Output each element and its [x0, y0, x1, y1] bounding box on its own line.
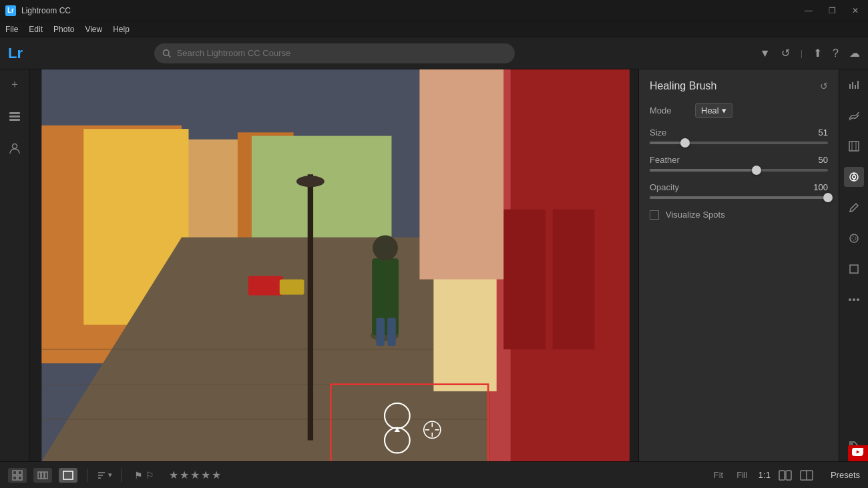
size-slider-track[interactable]: [650, 142, 828, 144]
healing-brush-panel: Healing Brush ↺ Mode Heal ▾ Size 51: [639, 69, 839, 461]
star-3[interactable]: ★: [190, 469, 200, 481]
maximize-button[interactable]: ❐: [825, 5, 840, 17]
sort-button[interactable]: ▾: [97, 471, 112, 480]
opacity-slider-thumb[interactable]: [823, 193, 833, 202]
menu-photo[interactable]: Photo: [53, 25, 74, 34]
opacity-slider-fill: [650, 196, 828, 199]
menu-view[interactable]: View: [85, 25, 102, 34]
tool-radial[interactable]: [844, 228, 864, 248]
visualize-row: Visualize Spots: [650, 210, 828, 220]
app-title: Lightroom CC: [21, 6, 71, 15]
star-4[interactable]: ★: [201, 469, 210, 481]
size-slider-row: Size 51: [650, 128, 828, 144]
svg-rect-60: [18, 471, 22, 475]
share-icon[interactable]: ⬆: [813, 47, 822, 59]
svg-rect-21: [419, 69, 503, 279]
youtube-badge[interactable]: [848, 445, 868, 461]
star-rating: ★ ★ ★ ★ ★: [169, 469, 221, 481]
zoom-fill[interactable]: Fill: [734, 469, 750, 481]
feather-slider-row: Feather 50: [650, 155, 828, 172]
tool-crop[interactable]: [844, 259, 864, 279]
split-icon[interactable]: [800, 470, 813, 481]
svg-rect-30: [280, 279, 304, 294]
tool-transform[interactable]: [844, 136, 864, 156]
svg-rect-18: [503, 210, 546, 350]
minimize-button[interactable]: —: [801, 5, 817, 17]
svg-rect-59: [13, 471, 17, 475]
feather-slider-thumb[interactable]: [752, 166, 761, 175]
feather-value: 50: [819, 155, 828, 165]
opacity-slider-header: Opacity 100: [650, 182, 828, 192]
svg-point-53: [852, 236, 856, 240]
lr-logo: Lr: [8, 45, 23, 62]
size-label: Size: [650, 128, 666, 138]
view-single[interactable]: [59, 468, 77, 483]
bottom-divider-1: [87, 469, 87, 482]
cloud-icon[interactable]: ☁: [849, 47, 860, 59]
view-columns[interactable]: [33, 468, 52, 483]
svg-rect-65: [45, 472, 47, 479]
svg-rect-66: [63, 471, 73, 479]
size-value: 51: [819, 128, 828, 138]
zoom-controls: Fit Fill 1:1: [711, 469, 813, 481]
bottom-bar: ▾ ⚑ ⚐ ★ ★ ★ ★ ★ Fit Fill 1:1 Presets: [0, 461, 868, 488]
svg-rect-61: [13, 476, 17, 480]
tool-more[interactable]: [844, 290, 864, 310]
svg-point-56: [853, 298, 855, 301]
feather-slider-track[interactable]: [650, 169, 828, 172]
sidebar-item-library[interactable]: [5, 107, 24, 126]
svg-rect-19: [553, 210, 595, 350]
svg-rect-29: [248, 276, 283, 295]
undo-icon[interactable]: ↺: [781, 47, 790, 59]
visualize-checkbox[interactable]: [650, 210, 659, 220]
flag-pick[interactable]: ⚑: [134, 470, 143, 481]
svg-rect-70: [779, 471, 785, 480]
filter-icon[interactable]: ▼: [760, 47, 771, 59]
svg-rect-4: [9, 119, 20, 121]
svg-point-57: [857, 298, 859, 301]
presets-button[interactable]: Presets: [831, 470, 860, 480]
view-grid[interactable]: [8, 468, 27, 483]
svg-rect-25: [376, 318, 385, 346]
svg-point-55: [849, 298, 851, 301]
compare-icon[interactable]: [779, 470, 792, 481]
star-2[interactable]: ★: [180, 469, 189, 481]
close-button[interactable]: ✕: [848, 5, 863, 17]
menu-help[interactable]: Help: [113, 25, 130, 34]
sidebar-item-add[interactable]: ＋: [5, 75, 24, 93]
reset-icon[interactable]: ↺: [820, 81, 828, 91]
opacity-slider-row: Opacity 100: [650, 182, 828, 199]
sidebar-item-people[interactable]: [5, 139, 24, 158]
svg-rect-54: [850, 265, 858, 273]
zoom-fit[interactable]: Fit: [711, 469, 726, 481]
visualize-label: Visualize Spots: [666, 210, 725, 220]
search-input[interactable]: [177, 48, 507, 58]
svg-rect-64: [41, 472, 44, 479]
flag-reject[interactable]: ⚐: [146, 470, 154, 481]
top-bar: Lr ▼ ↺ | ⬆ ? ☁: [0, 37, 868, 69]
svg-rect-63: [38, 472, 41, 479]
svg-line-1: [168, 55, 170, 57]
help-icon[interactable]: ?: [833, 47, 839, 59]
star-5[interactable]: ★: [212, 469, 221, 481]
size-slider-thumb[interactable]: [680, 138, 690, 148]
menu-edit[interactable]: Edit: [29, 25, 43, 34]
mode-row: Mode Heal ▾: [650, 103, 828, 118]
mode-dropdown[interactable]: Heal ▾: [695, 103, 732, 118]
tool-brush[interactable]: [844, 198, 864, 218]
svg-point-5: [12, 144, 17, 149]
tool-edit[interactable]: [844, 75, 864, 95]
tool-healing[interactable]: [844, 167, 864, 187]
tool-curves[interactable]: [844, 105, 864, 126]
tool-sidebar: [839, 69, 868, 461]
flag-icons: ⚑ ⚐: [134, 470, 154, 481]
main-content: ＋: [0, 69, 868, 461]
opacity-slider-track[interactable]: [650, 196, 828, 199]
opacity-label: Opacity: [650, 182, 679, 192]
svg-rect-3: [9, 115, 20, 117]
star-1[interactable]: ★: [169, 469, 178, 481]
menu-file[interactable]: File: [5, 25, 18, 34]
title-bar: Lr Lightroom CC — ❐ ✕: [0, 0, 868, 21]
photo-area[interactable]: [29, 69, 638, 461]
zoom-level[interactable]: 1:1: [758, 470, 771, 480]
